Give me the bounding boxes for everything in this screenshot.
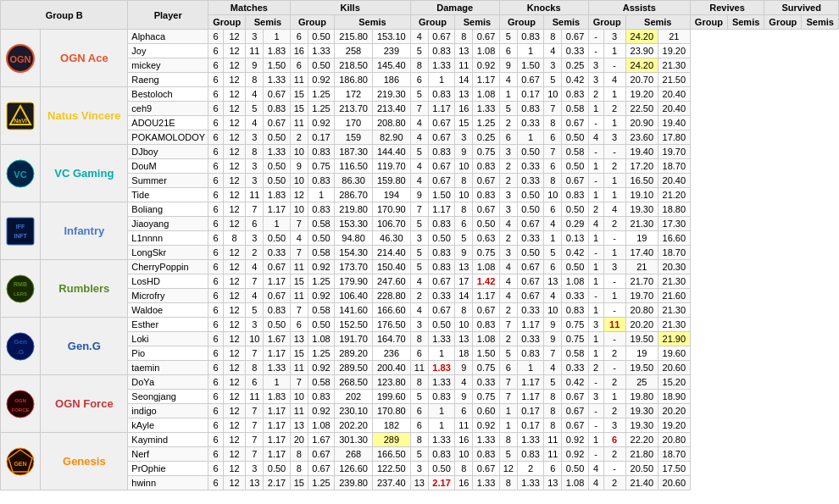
stat-cell: 20.70 (625, 73, 658, 87)
stat-cell: 228.80 (372, 289, 410, 303)
stat-cell: 5 (499, 346, 517, 361)
stat-cell: 21.30 (658, 303, 690, 318)
stat-cell: 6 (410, 346, 428, 361)
stat-cell: 12 (223, 130, 245, 145)
stat-cell: 0.67 (428, 303, 454, 318)
svg-text:RMB: RMB (14, 281, 27, 287)
stat-cell: 6 (208, 375, 224, 390)
stat-cell: 1 (603, 246, 625, 260)
stat-cell: 237.40 (372, 476, 410, 490)
stat-cell: 16 (455, 433, 473, 447)
stat-cell: 15 (290, 87, 308, 102)
stat-cell: 2 (588, 87, 603, 102)
stat-cell: 12 (223, 202, 245, 217)
stat-cell: 1 (588, 274, 603, 289)
player-name: mickey (128, 58, 208, 73)
stat-cell: 10 (544, 303, 562, 318)
stat-cell: 1 (499, 418, 517, 433)
damage-group-sub: Group (410, 15, 455, 30)
stat-cell: 7 (499, 390, 517, 404)
stat-cell: 0.83 (308, 145, 334, 159)
stat-cell: 17.40 (625, 246, 658, 260)
stat-cell: 6 (208, 361, 224, 375)
stat-cell: 106.70 (372, 217, 410, 231)
stat-cell: 2 (499, 303, 517, 318)
stat-cell: 11 (290, 73, 308, 87)
stat-cell: 202.20 (335, 418, 373, 433)
stat-cell: 150.40 (372, 260, 410, 274)
stat-cell: 179.90 (335, 274, 373, 289)
stat-cell: 1.17 (517, 318, 543, 332)
stat-cell: 1.17 (473, 289, 499, 303)
stat-cell: 0.58 (562, 346, 588, 361)
stat-cell: 5 (410, 447, 428, 462)
stat-cell: 6 (208, 130, 224, 145)
player-name: Summer (128, 174, 208, 188)
stat-cell: 1 (603, 44, 625, 58)
stat-cell: 0.67 (517, 217, 543, 231)
stat-cell: 2 (499, 159, 517, 174)
stat-cell: 16 (455, 102, 473, 116)
damage-semis-sub: Semis (455, 15, 500, 30)
stat-cell: 186.80 (335, 73, 373, 87)
stat-cell: 2 (517, 462, 543, 476)
stat-cell: 13 (410, 476, 428, 490)
stat-cell: 1.83 (264, 188, 290, 202)
stat-cell: 3 (588, 73, 603, 87)
stat-cell: 191.70 (335, 332, 373, 346)
stat-cell: 3 (588, 58, 603, 73)
stat-cell: 10 (455, 188, 473, 202)
stat-cell: 1.83 (428, 361, 454, 375)
stat-cell: 0.67 (428, 130, 454, 145)
stat-cell: 1.50 (517, 58, 543, 73)
matches-header: Matches (208, 1, 291, 15)
stat-cell: 0.75 (562, 332, 588, 346)
stat-cell: 0.92 (562, 433, 588, 447)
stat-cell: 0.33 (517, 303, 543, 318)
stat-cell: 1 (428, 73, 454, 87)
stat-cell: 15 (290, 346, 308, 361)
stat-cell: 15 (290, 476, 308, 490)
team-name: OGN Force (41, 375, 128, 433)
stat-cell: 7 (246, 404, 264, 418)
stat-cell: 12 (223, 418, 245, 433)
stat-cell: 3 (603, 30, 625, 44)
stat-cell: 11 (246, 188, 264, 202)
stat-cell: 10 (455, 447, 473, 462)
stat-cell: 1 (544, 231, 562, 246)
stat-cell: 2.17 (428, 476, 454, 490)
stat-cell: 3 (588, 390, 603, 404)
stat-cell: 1.33 (473, 433, 499, 447)
stat-cell: 1.33 (428, 433, 454, 447)
stat-cell: 20.20 (658, 404, 690, 418)
stat-cell: 12 (223, 87, 245, 102)
player-name: kAyle (128, 418, 208, 433)
stat-cell: 1 (603, 116, 625, 130)
stat-cell: 219.80 (335, 202, 373, 217)
stat-cell: 8 (246, 361, 264, 375)
stat-cell: 3 (246, 159, 264, 174)
stat-cell: 0.58 (562, 102, 588, 116)
stat-cell: 1.17 (428, 202, 454, 217)
stat-cell: 12 (223, 73, 245, 87)
stat-cell: 186 (372, 73, 410, 87)
stat-cell: 2 (603, 159, 625, 174)
stat-cell: 0.83 (264, 102, 290, 116)
kills-group-sub: Group (290, 15, 335, 30)
stat-cell: 7 (499, 318, 517, 332)
stat-cell: 194 (372, 188, 410, 202)
stat-cell: 8 (410, 58, 428, 73)
player-name: DouM (128, 159, 208, 174)
stat-cell: 1.25 (308, 87, 334, 102)
player-name: ceh9 (128, 102, 208, 116)
stat-cell: 0.50 (562, 159, 588, 174)
player-name: LosHD (128, 274, 208, 289)
team-name: VC Gaming (41, 145, 128, 202)
stat-cell: - (603, 303, 625, 318)
stat-cell: 8 (455, 30, 473, 44)
stat-cell: 7 (544, 102, 562, 116)
stat-cell: 1.33 (517, 433, 543, 447)
stat-cell: 1.08 (473, 332, 499, 346)
stat-cell: 4 (410, 274, 428, 289)
stat-cell: 11 (290, 404, 308, 418)
